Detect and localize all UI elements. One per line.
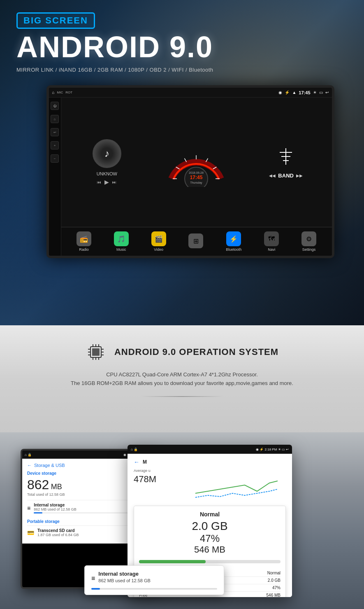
memory-progress-bar bbox=[139, 560, 281, 563]
clock-display: 17:45 bbox=[299, 90, 310, 95]
band-controls: ◀◀ BAND ▶▶ bbox=[269, 173, 303, 179]
system-desc: CPU AC8227L Quad-Core ARM Cortex-A7 4*1.… bbox=[71, 371, 293, 388]
side-buttons: ⏻ ⌂ ↩ + − bbox=[49, 98, 61, 256]
front-menu-text: M bbox=[143, 459, 147, 465]
home-btn[interactable]: ⌂ bbox=[51, 115, 59, 123]
location-icon: ◉ bbox=[278, 90, 282, 95]
internal-progress-fill bbox=[34, 512, 42, 513]
system-desc-line2: The 16GB ROM+2GB RAM allows you to downl… bbox=[71, 379, 293, 388]
bluetooth-icon: ⚡ bbox=[226, 231, 241, 246]
svg-text:2018-06-28: 2018-06-28 bbox=[189, 171, 204, 174]
system-header: ANDROID 9.0 OPERATION SYSTEM bbox=[86, 342, 278, 362]
speedometer-svg: 2018-06-28 17:45 Thursday bbox=[163, 138, 229, 187]
app-settings[interactable]: ⚙ Settings bbox=[301, 231, 316, 252]
navi-label: Navi bbox=[268, 247, 275, 252]
tooltip-progress-bg bbox=[91, 588, 217, 590]
storage-title: Storage & USB bbox=[34, 463, 65, 468]
wifi-icon: ▲ bbox=[292, 90, 296, 95]
power-btn[interactable]: ⏻ bbox=[51, 102, 59, 110]
bluetooth-status-icon: ⚡ bbox=[285, 90, 290, 95]
big-screen-badge: BIG SCREEN bbox=[16, 12, 95, 29]
mic-label: MIC bbox=[57, 91, 63, 94]
screen-mockup: ⌂ MIC ROT ◉ ⚡ ▲ 17:45 ☀ ▭ ↩ ⏻ ⌂ ↩ + − bbox=[46, 85, 334, 258]
front-header: ⌂ 🔒 ◉ ⚡ 2:18 PM ☀ ▭ ↩ bbox=[128, 445, 292, 454]
screen-content: ♪ UNKNOW ⏮ ▶ ⏭ bbox=[61, 98, 332, 227]
memory-percent: 47% bbox=[139, 533, 281, 544]
bluetooth-label: Bluetooth bbox=[226, 247, 241, 252]
front-status-icons: ⌂ 🔒 bbox=[131, 448, 138, 451]
radio-label: Radio bbox=[79, 247, 89, 252]
memory-gb: 2.0 GB bbox=[139, 520, 281, 533]
music-disc: ♪ bbox=[93, 139, 121, 168]
free-val: 546 MB bbox=[267, 593, 281, 597]
music-controls: ⏮ ▶ ⏭ bbox=[97, 179, 116, 185]
svg-text:Thursday: Thursday bbox=[190, 181, 203, 184]
vol-up-btn[interactable]: + bbox=[51, 141, 59, 149]
antenna-icon bbox=[276, 146, 296, 170]
music-icon: 🎵 bbox=[114, 231, 129, 246]
chart-left: Average u 478M bbox=[134, 469, 183, 502]
battery-icon: ▭ bbox=[319, 90, 323, 95]
tooltip-title: Internal storage bbox=[98, 571, 151, 577]
system-section: ANDROID 9.0 OPERATION SYSTEM CPU AC8227L… bbox=[0, 325, 364, 432]
status-bar-right: ◉ ⚡ ▲ 17:45 ☀ ▭ ↩ bbox=[278, 90, 328, 95]
svg-rect-16 bbox=[92, 348, 100, 356]
next-btn[interactable]: ⏭ bbox=[112, 180, 116, 184]
total-val: 2.0 GB bbox=[268, 578, 281, 583]
system-title: ANDROID 9.0 OPERATION SYSTEM bbox=[114, 347, 278, 357]
band-prev-icon[interactable]: ◀◀ bbox=[269, 173, 276, 178]
usage-chart bbox=[187, 469, 286, 502]
radio-panel: ◀◀ BAND ▶▶ bbox=[259, 146, 313, 179]
navi-icon: 🗺 bbox=[264, 231, 279, 246]
app-radio[interactable]: 📻 Radio bbox=[77, 231, 91, 252]
badge-text: BIG SCREEN bbox=[23, 15, 88, 26]
music-title: UNKNOW bbox=[97, 171, 117, 176]
tooltip-content: Internal storage 862 MB used of 12.58 GB bbox=[98, 571, 151, 586]
back-icon: ↩ bbox=[325, 90, 329, 95]
grid-icon: ⊞ bbox=[188, 233, 203, 248]
hero-section: BIG SCREEN ANDROID 9.0 MIRROR LINK / iNA… bbox=[0, 0, 364, 325]
prev-btn[interactable]: ⏮ bbox=[97, 180, 101, 184]
specs-line: MIRROR LINK / iNAND 16GB / 2GB RAM / 108… bbox=[16, 67, 213, 73]
status-bar: ⌂ MIC ROT ◉ ⚡ ▲ 17:45 ☀ ▭ ↩ bbox=[49, 88, 332, 98]
tooltip-icon: ≡ bbox=[91, 575, 95, 582]
back-status-icons: ⌂ 🔒 bbox=[25, 453, 32, 457]
tooltip-progress-fill bbox=[91, 588, 100, 590]
chart-right bbox=[187, 469, 286, 502]
settings-icon: ⚙ bbox=[301, 231, 316, 246]
avg-val: 47% bbox=[272, 586, 281, 590]
music-note-icon: ♪ bbox=[104, 148, 109, 159]
android-title: ANDROID 9.0 bbox=[16, 32, 213, 62]
back-nav-btn[interactable]: ↩ bbox=[51, 128, 59, 136]
chart-area: Average u 478M bbox=[134, 469, 286, 502]
divider bbox=[141, 396, 223, 397]
play-btn[interactable]: ▶ bbox=[104, 179, 109, 185]
radio-icon: 📻 bbox=[77, 231, 91, 246]
video-icon: 🎬 bbox=[151, 231, 166, 246]
band-label: BAND bbox=[278, 173, 294, 179]
front-back-arrow[interactable]: ← bbox=[134, 459, 139, 465]
app-music[interactable]: 🎵 Music bbox=[114, 231, 129, 252]
memory-free-mb: 546 MB bbox=[139, 544, 281, 555]
video-label: Video bbox=[154, 247, 163, 252]
app-bar: 📻 Radio 🎵 Music 🎬 Video ⊞ ⚡ Bluetooth 🗺 bbox=[61, 227, 332, 256]
band-next-icon[interactable]: ▶▶ bbox=[296, 173, 303, 178]
rot-label: ROT bbox=[65, 91, 72, 94]
average-unit: M bbox=[149, 474, 156, 484]
app-navi[interactable]: 🗺 Navi bbox=[264, 231, 279, 252]
back-arrow-icon: ← bbox=[27, 463, 32, 468]
average-label: Average u bbox=[134, 469, 183, 473]
chip-icon bbox=[86, 342, 106, 362]
front-status-right: ◉ ⚡ 2:18 PM ☀ ▭ ↩ bbox=[256, 448, 289, 451]
settings-label: Settings bbox=[302, 247, 316, 252]
app-bluetooth[interactable]: ⚡ Bluetooth bbox=[226, 231, 241, 252]
app-video[interactable]: 🎬 Video bbox=[151, 231, 166, 252]
device-mb-unit: MB bbox=[51, 483, 62, 491]
clock-panel: 2018-06-28 17:45 Thursday bbox=[159, 138, 233, 187]
vol-dn-btn[interactable]: − bbox=[51, 154, 59, 163]
normal-label: Normal bbox=[139, 511, 281, 518]
music-app-label: Music bbox=[116, 247, 126, 252]
device-mb: 862 bbox=[27, 477, 49, 492]
storage-screens-container: ⌂ 🔒 ◉ ⚡ 2:17 PM ☀ ▭ ↩ ← Storage & USB De… bbox=[12, 445, 352, 601]
app-grid[interactable]: ⊞ bbox=[188, 233, 203, 250]
